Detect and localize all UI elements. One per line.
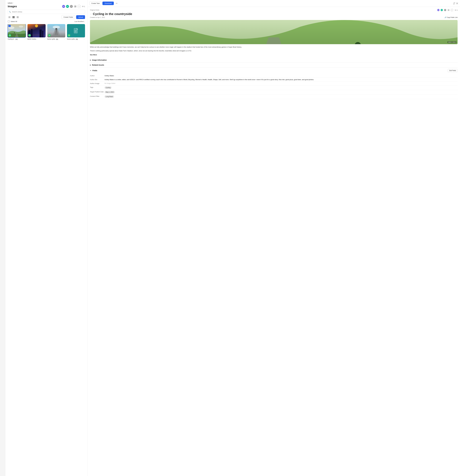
field-value-author-image: No Image Added [105, 83, 458, 84]
tag-cycling[interactable]: Cycling [105, 86, 112, 89]
image-information-header[interactable]: ▶ Image Information [90, 58, 458, 62]
download-button[interactable]: Download [102, 1, 114, 5]
select-all-label: Select All [11, 21, 17, 22]
svg-rect-27 [42, 31, 43, 37]
upload-button[interactable]: Upload [76, 15, 85, 19]
svg-rect-5 [8, 18, 10, 18]
search-input[interactable] [8, 10, 85, 14]
create-task-button[interactable]: Create Task [90, 1, 101, 5]
fields-section: ▼ Fields Edit Fields Author Ashley Mateo… [90, 68, 458, 100]
page-title-row: Images SZ JC +8 + 1 [8, 5, 85, 8]
breadcrumb: Library › [8, 2, 85, 4]
fields-table: Author Ashley Mateo Author Bio Ashley Ma… [90, 74, 458, 99]
image-info-chevron-icon: ▶ [90, 59, 91, 61]
header-right-icons [453, 2, 458, 4]
image-card-2[interactable]: Berlin Centra .. ☆ [27, 24, 45, 40]
created-date: Created on Apr 1, 2021 [90, 17, 105, 18]
avatar-jc: JC [66, 5, 69, 8]
tag-long-read[interactable]: Long Read [105, 95, 114, 98]
svg-rect-11 [17, 17, 19, 17]
right-panel: Create Task Download ••• Original Articl… [88, 0, 460, 476]
image-card-4[interactable]: Some cyclis...jpg ☆ [67, 24, 85, 40]
related-assets-section: ▶ Related Assets [90, 63, 458, 68]
image-card-1[interactable]: ✓ Cycling in ...jpg ☆ [8, 24, 26, 40]
related-assets-header[interactable]: ▶ Related Assets [90, 63, 458, 68]
select-sort-row: Select All Last Modified ↓ [5, 20, 87, 22]
svg-rect-37 [76, 28, 78, 30]
edit-fields-button[interactable]: Edit Fields [448, 69, 458, 72]
field-row-author: Author Ashley Mateo [90, 74, 458, 78]
star-icon-2[interactable]: ☆ [44, 38, 46, 40]
more-options-button[interactable]: ••• [115, 1, 118, 5]
hero-image-wrap: 3000 X 2016 [90, 20, 458, 44]
svg-point-30 [53, 26, 60, 29]
sort-arrow-icon: ↓ [84, 21, 85, 22]
orig-avatar-add[interactable]: + [451, 9, 453, 11]
left-header: Library › Images SZ JC +8 + 1 [5, 0, 87, 10]
svg-rect-10 [17, 16, 19, 17]
related-assets-title: Related Assets [92, 64, 104, 66]
related-assets-chevron-icon: ▶ [90, 64, 91, 66]
right-header: Create Task Download ••• [88, 0, 460, 7]
tag-publish-date[interactable]: May 1, 2023 [105, 91, 115, 93]
table-view-btn[interactable] [16, 16, 19, 19]
svg-rect-35 [49, 35, 50, 36]
field-row-publish-date: Target Publish Date May 1, 2023 [90, 90, 458, 94]
field-value-content-piller: Long Read [105, 95, 458, 98]
orig-right-avatars: SZ JC +8 + 1 [437, 9, 458, 11]
orig-eye-count: 1 [455, 9, 458, 11]
fields-title-row: ▼ Fields [90, 70, 97, 72]
more-dots-icon: ••• [116, 2, 117, 4]
search-bar: 🔍 [8, 10, 85, 14]
svg-rect-12 [17, 17, 19, 17]
svg-rect-25 [31, 29, 33, 37]
select-all-checkbox[interactable] [8, 20, 10, 22]
avatar-photo [70, 5, 73, 8]
field-label-tags: Tags [90, 86, 105, 88]
field-row-author-bio: Author Bio Ashley Mateo is a writer, edi… [90, 78, 458, 82]
star-icon-4[interactable]: ☆ [83, 38, 85, 40]
svg-rect-40 [75, 32, 77, 32]
avatar-add[interactable]: + [77, 5, 81, 8]
image-name-row-1: Cycling in ...jpg ☆ [8, 38, 26, 40]
svg-rect-4 [8, 17, 10, 17]
article-title-row: ☆ Cycling in the countryside [90, 12, 458, 16]
avatar-sz: SZ [62, 5, 65, 8]
field-row-tags: Tags Cycling [90, 85, 458, 90]
svg-rect-28 [29, 35, 30, 36]
grid-view-btn[interactable] [12, 16, 15, 19]
svg-point-23 [35, 25, 38, 27]
image-information-section: ▶ Image Information [90, 58, 458, 63]
image-name-1: Cycling in ...jpg [8, 38, 17, 40]
article-star-icon[interactable]: ☆ [90, 13, 92, 15]
copy-public-link-button[interactable]: 🔗 Copy Public Link [444, 17, 458, 18]
field-label-content-piller: Content Piller [90, 95, 105, 97]
field-row-author-image: Author Image No Image Added [90, 82, 458, 85]
star-icon-1[interactable]: ☆ [24, 38, 26, 40]
fields-chevron-icon: ▼ [90, 70, 91, 71]
toolbar-row: Create Folder Upload [5, 15, 87, 19]
image-thumb-berlin [27, 24, 45, 37]
original-article-section: Original Article SZ JC +8 + 1 [90, 9, 458, 11]
see-more-button[interactable]: See More [90, 54, 458, 56]
create-folder-button[interactable]: Create Folder [61, 15, 75, 19]
link-icon: 🔗 [444, 17, 446, 18]
image-type-badge-1 [8, 34, 11, 37]
images-grid: ✓ Cycling in ...jpg ☆ [5, 24, 87, 42]
svg-point-44 [455, 10, 456, 10]
svg-point-0 [71, 6, 72, 7]
close-panel-button[interactable] [456, 2, 458, 4]
view-icons [8, 16, 19, 19]
orig-avatar-sz: SZ [437, 9, 440, 11]
orig-avatar-photo [444, 9, 446, 11]
sort-row[interactable]: Last Modified ↓ [74, 21, 85, 22]
svg-rect-6 [13, 16, 13, 17]
article-title: Cycling in the countryside [93, 12, 132, 16]
sort-arrows-button[interactable] [453, 2, 455, 4]
image-card-3[interactable]: Some cyclis...jpg ☆ [47, 24, 65, 40]
list-view-btn[interactable] [8, 16, 11, 19]
svg-rect-38 [75, 31, 77, 31]
breadcrumb-library[interactable]: Library [8, 2, 13, 4]
svg-rect-9 [14, 17, 15, 18]
star-icon-3[interactable]: ☆ [64, 38, 65, 40]
